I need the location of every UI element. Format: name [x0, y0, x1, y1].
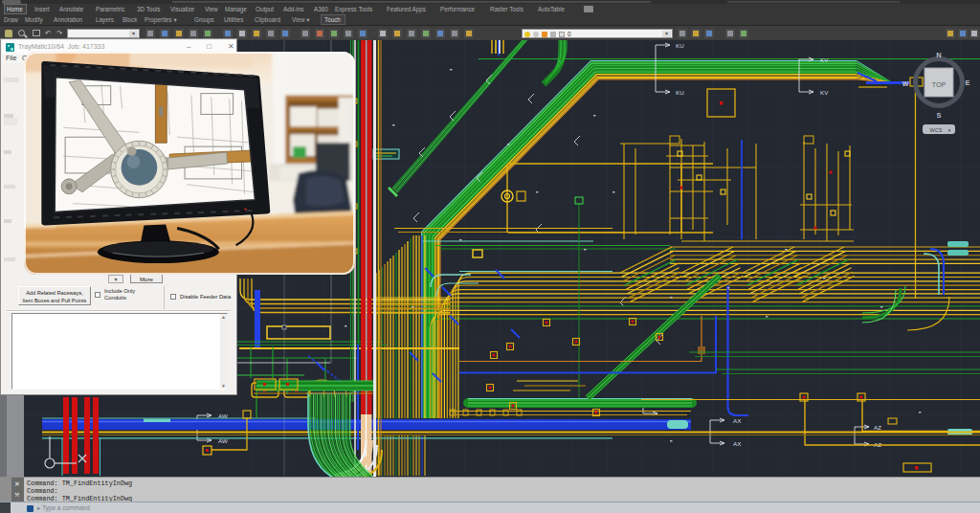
svg-text:S: S	[936, 111, 941, 120]
svg-text:KU: KU	[676, 42, 684, 49]
svg-text:KV: KV	[820, 56, 829, 63]
svg-text:KU: KU	[676, 89, 684, 96]
svg-text:AZ: AZ	[874, 441, 881, 448]
svg-text:N: N	[936, 51, 941, 59]
svg-text:TOP: TOP	[932, 81, 947, 88]
svg-text:KV: KV	[820, 89, 829, 96]
svg-text:AW: AW	[218, 413, 228, 419]
svg-text:AX: AX	[733, 440, 741, 447]
svg-text:E: E	[965, 78, 969, 87]
svg-text:AZ: AZ	[874, 424, 881, 431]
svg-text:AX: AX	[733, 417, 741, 424]
svg-text:WCS: WCS	[930, 127, 943, 133]
svg-text:W: W	[902, 80, 909, 87]
